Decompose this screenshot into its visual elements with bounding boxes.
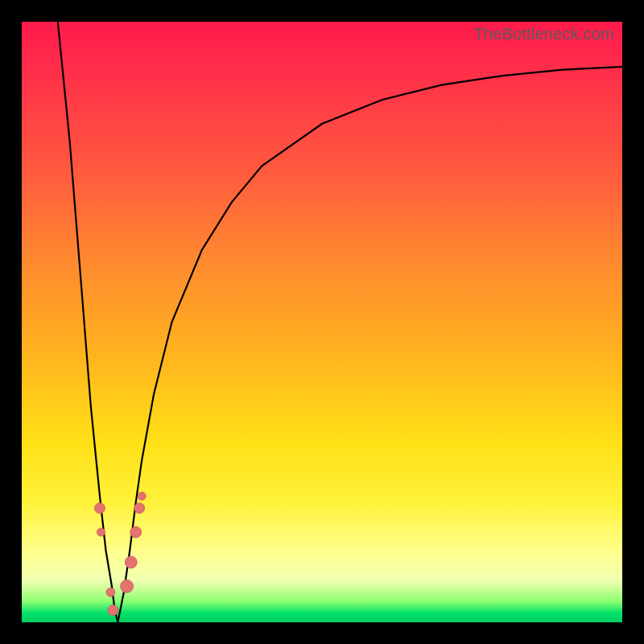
scatter-point <box>134 503 145 514</box>
right-branch-curve <box>118 67 622 622</box>
scatter-point <box>106 588 115 597</box>
left-branch-curve <box>58 22 118 622</box>
scatter-point <box>125 556 137 568</box>
chart-svg <box>22 22 622 622</box>
chart-frame: TheBottleneck.com <box>0 0 644 644</box>
scatter-point <box>94 503 105 514</box>
scatter-point <box>130 526 142 538</box>
scatter-point <box>121 580 134 592</box>
plot-area: TheBottleneck.com <box>22 22 622 622</box>
scatter-point <box>108 605 118 616</box>
scatter-point <box>97 528 105 536</box>
scatter-point <box>138 492 146 500</box>
scatter-markers <box>94 492 146 615</box>
